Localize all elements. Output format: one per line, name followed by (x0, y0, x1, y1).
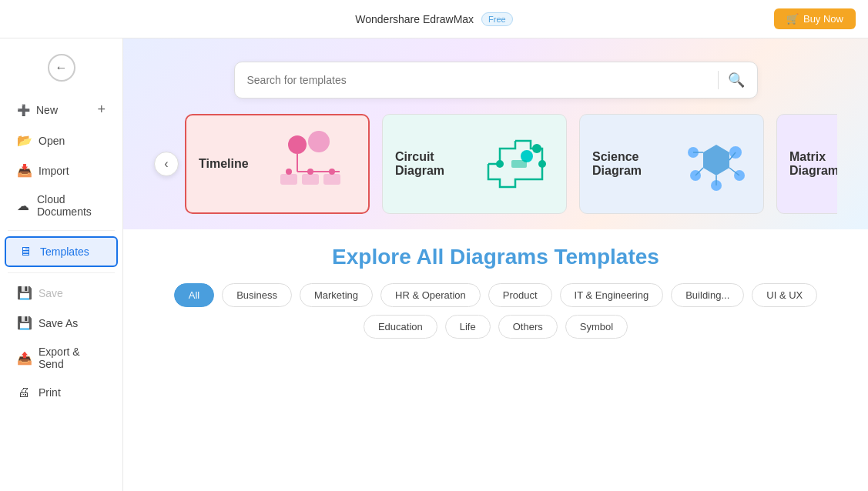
filter-chip-marketing[interactable]: Marketing (300, 283, 373, 307)
filter-chip-others[interactable]: Others (498, 315, 558, 339)
template-card-matrix-diagram[interactable]: Matrix Diagram (776, 114, 837, 214)
svg-rect-5 (280, 174, 297, 185)
template-card-circuit-diagram[interactable]: Circuit Diagram (382, 114, 567, 214)
buy-button[interactable]: 🛒 Buy Now (774, 8, 856, 29)
filter-chip-education[interactable]: Education (364, 315, 437, 339)
cart-icon: 🛒 (786, 13, 799, 25)
save-as-icon: 💾 (17, 316, 31, 330)
save-label: Save (39, 287, 63, 299)
content-area: 🔍 ‹ Timeline (123, 38, 868, 491)
open-icon: 📂 (17, 133, 31, 148)
svg-point-9 (307, 169, 313, 175)
explore-title-plain: Explore (332, 245, 416, 269)
sidebar-item-export-send[interactable]: 📤 Export & Send (5, 339, 118, 377)
cards-row: Timeline (185, 114, 837, 214)
sidebar: ← ➕ New + 📂 Open 📥 Import ☁ Cloud Docume… (0, 38, 123, 491)
svg-rect-6 (302, 174, 319, 185)
timeline-svg (274, 129, 351, 199)
back-button[interactable]: ← (48, 54, 75, 82)
svg-point-11 (496, 160, 504, 168)
circuit-diagram-label: Circuit Diagram (395, 150, 475, 178)
science-illustration (682, 133, 751, 195)
open-label: Open (39, 135, 65, 147)
explore-title: Explore All Diagrams Templates (154, 245, 837, 269)
svg-point-0 (288, 135, 307, 154)
filter-chip-product[interactable]: Product (488, 283, 552, 307)
filter-chip-hr-operation[interactable]: HR & Operation (380, 283, 481, 307)
filter-chip-symbol[interactable]: Symbol (565, 315, 628, 339)
filter-chip-life[interactable]: Life (445, 315, 491, 339)
export-label: Export & Send (39, 346, 106, 370)
timeline-illustration (270, 129, 356, 199)
topbar: Wondershare EdrawMax Free 🛒 Buy Now (0, 0, 868, 38)
cloud-label: Cloud Documents (37, 193, 106, 218)
svg-point-13 (532, 144, 541, 153)
sidebar-item-open[interactable]: 📂 Open (5, 126, 118, 155)
templates-label: Templates (40, 246, 89, 258)
science-svg (682, 133, 751, 195)
new-icon: ➕ (17, 104, 30, 116)
carousel-prev-button[interactable]: ‹ (154, 152, 179, 176)
template-card-timeline[interactable]: Timeline (185, 114, 370, 214)
filter-chip-it-engineering[interactable]: IT & Engineering (560, 283, 664, 307)
sidebar-item-cloud-documents[interactable]: ☁ Cloud Documents (5, 186, 118, 225)
filter-chip-ui-ux[interactable]: UI & UX (752, 283, 817, 307)
explore-section: Explore All Diagrams Templates All Busin… (123, 229, 868, 491)
filter-chip-business[interactable]: Business (222, 283, 292, 307)
sidebar-item-print[interactable]: 🖨 Print (5, 379, 118, 406)
sidebar-item-save: 💾 Save (5, 279, 118, 307)
filter-chip-building[interactable]: Building... (671, 283, 744, 307)
svg-point-8 (286, 169, 292, 175)
circuit-svg (484, 133, 554, 195)
app-title: Wondershare EdrawMax (355, 13, 474, 25)
free-badge: Free (481, 12, 513, 26)
circuit-illustration (484, 133, 554, 195)
templates-icon: 🖥 (18, 245, 32, 259)
sidebar-item-save-as[interactable]: 💾 Save As (5, 309, 118, 337)
cloud-icon: ☁ (17, 199, 29, 213)
search-bar: 🔍 (234, 62, 758, 99)
print-icon: 🖨 (17, 386, 31, 399)
carousel: ‹ Timeline (154, 114, 837, 214)
filter-chips: All Business Marketing HR & Operation Pr… (154, 283, 837, 339)
export-icon: 📤 (17, 351, 31, 366)
search-divider (718, 71, 719, 89)
new-label: New (36, 104, 91, 116)
sidebar-item-templates[interactable]: 🖥 Templates (5, 236, 118, 267)
search-button[interactable]: 🔍 (728, 72, 745, 89)
explore-title-colored: All Diagrams Templates (417, 245, 659, 269)
timeline-label: Timeline (199, 157, 260, 171)
sidebar-item-import[interactable]: 📥 Import (5, 156, 118, 185)
save-icon: 💾 (17, 286, 31, 300)
template-card-science-diagram[interactable]: Science Diagram (579, 114, 764, 214)
main-layout: ← ➕ New + 📂 Open 📥 Import ☁ Cloud Docume… (0, 38, 868, 491)
hero-section: 🔍 ‹ Timeline (123, 38, 868, 229)
svg-point-10 (329, 169, 335, 175)
svg-rect-15 (511, 160, 527, 168)
matrix-diagram-label: Matrix Diagram (789, 150, 837, 178)
save-as-label: Save As (39, 317, 78, 329)
topbar-center: Wondershare EdrawMax Free (355, 12, 512, 26)
svg-marker-16 (703, 145, 729, 175)
science-diagram-label: Science Diagram (592, 150, 672, 178)
print-label: Print (39, 386, 61, 399)
sidebar-divider-2 (8, 272, 115, 273)
sidebar-item-new[interactable]: ➕ New + (5, 95, 118, 125)
sidebar-divider (8, 230, 115, 231)
import-label: Import (39, 165, 69, 177)
search-input[interactable] (247, 74, 709, 86)
svg-point-14 (538, 160, 546, 168)
import-icon: 📥 (17, 163, 31, 178)
svg-point-1 (308, 131, 330, 152)
new-plus-icon: + (97, 102, 106, 118)
filter-chip-all[interactable]: All (174, 283, 214, 307)
back-button-wrapper[interactable]: ← (0, 48, 122, 88)
search-wrapper: 🔍 (154, 62, 837, 99)
svg-rect-7 (323, 174, 340, 185)
